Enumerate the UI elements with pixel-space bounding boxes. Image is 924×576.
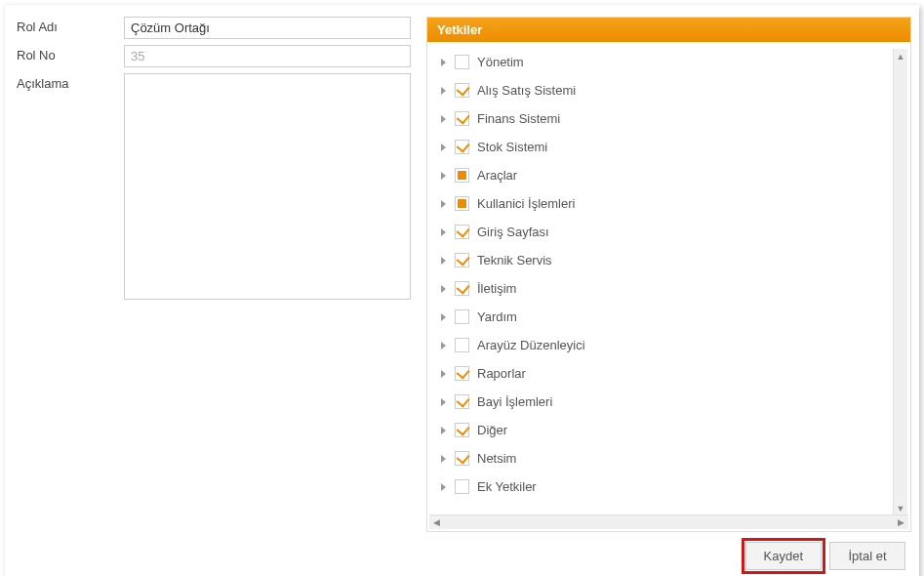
permission-label: Kullanici İşlemleri [477, 196, 575, 211]
label-role-name: Rol Adı [17, 17, 124, 34]
permission-label: Stok Sistemi [477, 140, 547, 154]
tree-item: Stok Sistemi [441, 133, 908, 161]
permission-checkbox[interactable] [455, 111, 469, 126]
permission-label: Raporlar [477, 366, 526, 381]
tree-item: Alış Satış Sistemi [441, 76, 908, 104]
permissions-body: YönetimAlış Satış SistemiFinans SistemiS… [427, 42, 910, 531]
tree-item: Ek Yetkiler [441, 473, 908, 501]
tree-item: Diğer [441, 416, 908, 444]
tree-item: İletişim [441, 274, 908, 303]
scroll-down-icon[interactable]: ▼ [894, 501, 907, 514]
permission-label: Ek Yetkiler [477, 479, 537, 494]
vertical-scrollbar[interactable]: ▲ ▼ [893, 49, 907, 514]
permission-checkbox[interactable] [455, 168, 469, 183]
expand-icon[interactable] [441, 115, 446, 123]
permission-checkbox[interactable] [455, 394, 469, 409]
permission-label: Yönetim [477, 55, 524, 69]
expand-icon[interactable] [441, 257, 446, 265]
expand-icon[interactable] [441, 172, 446, 180]
permissions-tree-scroll: YönetimAlış Satış SistemiFinans SistemiS… [429, 48, 908, 514]
row-role-no: Rol No [17, 45, 417, 67]
permission-checkbox[interactable] [455, 196, 469, 211]
permission-label: Alış Satış Sistemi [477, 83, 576, 98]
expand-icon[interactable] [441, 200, 446, 208]
permission-checkbox[interactable] [455, 281, 469, 296]
scroll-right-icon[interactable]: ▶ [894, 515, 908, 529]
permission-label: Giriş Sayfası [477, 225, 549, 239]
expand-icon[interactable] [441, 342, 446, 350]
permission-label: Netsim [477, 451, 516, 466]
expand-icon[interactable] [441, 455, 446, 463]
permission-checkbox[interactable] [455, 225, 469, 239]
expand-icon[interactable] [441, 370, 446, 378]
tree-item: Araçlar [441, 161, 908, 189]
expand-icon[interactable] [441, 427, 446, 434]
tree-item: Teknik Servis [441, 246, 908, 274]
permission-checkbox[interactable] [455, 55, 469, 69]
permission-checkbox[interactable] [455, 338, 469, 352]
permission-checkbox[interactable] [455, 451, 469, 466]
save-button[interactable]: Kaydet [745, 542, 822, 570]
button-bar: Kaydet İptal et [17, 542, 907, 570]
horizontal-scrollbar[interactable]: ◀ ▶ [429, 514, 908, 529]
permission-label: Yardım [477, 309, 517, 324]
tree-item: Bayi İşlemleri [441, 388, 908, 416]
permissions-header: Yetkiler [427, 18, 910, 42]
expand-icon[interactable] [441, 59, 446, 66]
tree-item: Netsim [441, 444, 908, 473]
input-role-name[interactable] [124, 17, 411, 39]
expand-icon[interactable] [441, 398, 446, 406]
permission-checkbox[interactable] [455, 253, 469, 267]
permission-label: Teknik Servis [477, 253, 552, 267]
tree-item: Yardım [441, 303, 908, 331]
expand-icon[interactable] [441, 144, 446, 151]
permission-label: Finans Sistemi [477, 111, 560, 126]
expand-icon[interactable] [441, 285, 446, 293]
tree-item: Arayüz Düzenleyici [441, 331, 908, 359]
expand-icon[interactable] [441, 313, 446, 321]
tree-item: Raporlar [441, 359, 908, 388]
permission-checkbox[interactable] [455, 83, 469, 98]
textarea-description[interactable] [124, 73, 411, 300]
permission-checkbox[interactable] [455, 479, 469, 494]
expand-icon[interactable] [441, 87, 446, 95]
scroll-up-icon[interactable]: ▲ [894, 49, 907, 63]
permissions-tree: YönetimAlış Satış SistemiFinans SistemiS… [429, 48, 908, 501]
role-form-container: Rol Adı Rol No Açıklama Yetkiler Yönetim… [5, 5, 919, 576]
permission-label: Diğer [477, 423, 507, 437]
permission-checkbox[interactable] [455, 309, 469, 324]
permission-checkbox[interactable] [455, 423, 469, 437]
row-description: Açıklama [17, 73, 417, 300]
permission-label: Araçlar [477, 168, 517, 183]
permissions-panel: Yetkiler YönetimAlış Satış SistemiFinans… [426, 17, 911, 532]
permission-label: Bayi İşlemleri [477, 394, 552, 409]
permission-label: İletişim [477, 281, 516, 296]
input-role-no [124, 45, 411, 67]
label-description: Açıklama [17, 73, 124, 91]
permission-checkbox[interactable] [455, 366, 469, 381]
permission-checkbox[interactable] [455, 140, 469, 154]
label-role-no: Rol No [17, 45, 124, 62]
row-role-name: Rol Adı [17, 17, 417, 39]
tree-item: Kullanici İşlemleri [441, 189, 908, 218]
cancel-button[interactable]: İptal et [829, 542, 905, 570]
tree-item: Finans Sistemi [441, 104, 908, 133]
permission-label: Arayüz Düzenleyici [477, 338, 585, 352]
form-left-panel: Rol Adı Rol No Açıklama [17, 17, 417, 306]
expand-icon[interactable] [441, 483, 446, 491]
tree-item: Giriş Sayfası [441, 218, 908, 246]
expand-icon[interactable] [441, 228, 446, 236]
scroll-left-icon[interactable]: ◀ [429, 515, 444, 529]
tree-item: Yönetim [441, 48, 908, 76]
